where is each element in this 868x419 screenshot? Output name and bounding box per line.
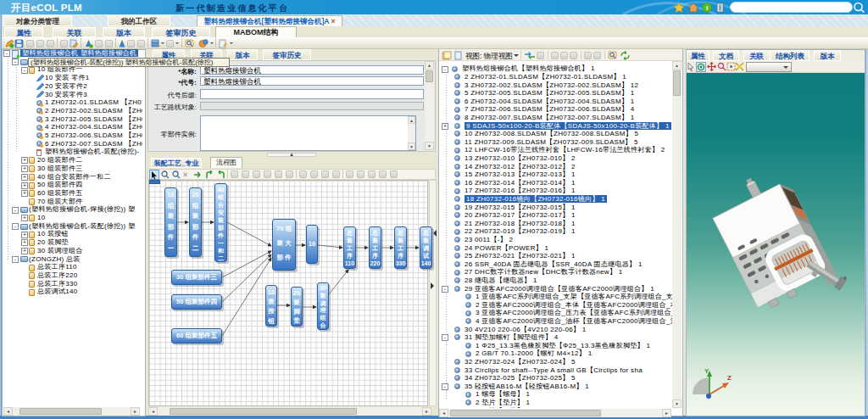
svg-text:Y: Y: [704, 367, 709, 375]
svg-text:Z: Z: [727, 374, 732, 382]
svg-text:i: i: [706, 4, 708, 12]
